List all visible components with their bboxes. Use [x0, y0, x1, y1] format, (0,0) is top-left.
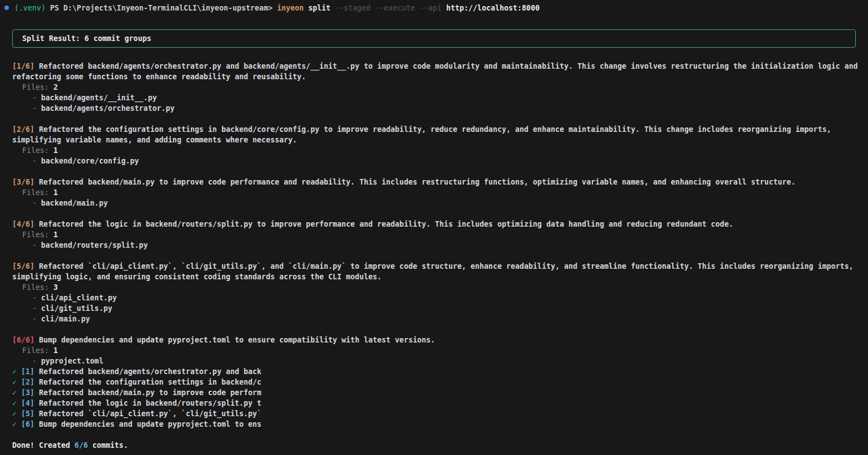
- file-list-item: - backend/agents/__init__.py: [12, 93, 861, 103]
- file-path: backend/agents/__init__.py: [41, 94, 157, 102]
- commit-summary: Refactored the configuration settings in…: [39, 378, 261, 386]
- commit-created-line: ✓ [4] Refactored the logic in backend/ro…: [12, 398, 861, 408]
- file-dash-icon: -: [32, 241, 37, 249]
- command-subcommand: split: [308, 4, 331, 12]
- file-dash-icon: -: [32, 294, 37, 302]
- group-description-line: [3/6] Refactored backend/main.py to impr…: [12, 177, 861, 187]
- group-description: Refactored the configuration settings in…: [12, 125, 831, 144]
- check-icon: ✓: [12, 410, 17, 418]
- group-label: [4/6]: [12, 220, 34, 228]
- commit-group-3: [3/6] Refactored backend/main.py to impr…: [12, 177, 861, 208]
- file-path: cli/main.py: [41, 315, 90, 323]
- commit-summary: Refactored backend/agents/orchestrator.p…: [39, 367, 261, 376]
- file-list-item: - pyproject.toml: [12, 356, 861, 366]
- group-label: [5/6]: [12, 262, 34, 270]
- file-dash-icon: -: [32, 104, 37, 113]
- group-label: [2/6]: [12, 125, 34, 134]
- commit-summary: Refactored the logic in backend/routers/…: [39, 399, 261, 407]
- commit-summary: Bump dependencies and update pyproject.t…: [39, 420, 261, 428]
- check-icon: ✓: [12, 420, 17, 428]
- group-description: Refactored the logic in backend/routers/…: [39, 220, 733, 228]
- commit-index: [4]: [21, 399, 34, 407]
- command-flags: --staged --execute --api: [335, 4, 442, 12]
- commit-group-4: [4/6] Refactored the logic in backend/ro…: [12, 219, 861, 250]
- command-api-url[interactable]: http://localhost:8000: [446, 4, 540, 12]
- done-status-line: Done! Created 6/6 commits.: [12, 440, 861, 451]
- commit-index: [3]: [21, 388, 34, 397]
- files-count: 1: [53, 188, 58, 197]
- files-count: 2: [53, 83, 58, 91]
- commit-index: [6]: [21, 420, 34, 428]
- file-list-item: - cli/git_utils.py: [12, 303, 861, 314]
- file-path: backend/routers/split.py: [41, 241, 148, 249]
- files-count-line: Files: 3: [12, 282, 861, 293]
- commit-group-2: [2/6] Refactored the configuration setti…: [12, 124, 861, 166]
- group-description-line: [5/6] Refactored `cli/api_client.py`, `c…: [12, 261, 861, 282]
- file-path: cli/api_client.py: [41, 294, 116, 302]
- commit-index: [5]: [21, 410, 34, 418]
- file-list-item: - backend/agents/orchestrator.py: [12, 103, 861, 114]
- group-description: Refactored `cli/api_client.py`, `cli/git…: [12, 262, 854, 281]
- group-label: [1/6]: [12, 62, 34, 70]
- created-commits-list: ✓ [1] Refactored backend/agents/orchestr…: [12, 366, 861, 430]
- done-suffix: commits.: [92, 441, 128, 449]
- group-description-line: [1/6] Refactored backend/agents/orchestr…: [12, 61, 861, 82]
- commit-index: [1]: [21, 367, 34, 376]
- file-list-item: - cli/api_client.py: [12, 293, 861, 303]
- file-dash-icon: -: [32, 199, 37, 207]
- commit-created-line: ✓ [2] Refactored the configuration setti…: [12, 377, 861, 387]
- shell-label: PS: [50, 4, 59, 12]
- done-prefix: Done! Created: [12, 441, 70, 449]
- commit-created-line: ✓ [6] Bump dependencies and update pypro…: [12, 419, 861, 430]
- commit-index: [2]: [21, 378, 34, 386]
- group-description-line: [2/6] Refactored the configuration setti…: [12, 124, 861, 145]
- check-icon: ✓: [12, 367, 17, 376]
- group-description-line: [6/6] Bump dependencies and update pypro…: [12, 335, 861, 345]
- file-path: pyproject.toml: [41, 357, 103, 365]
- file-dash-icon: -: [32, 315, 37, 323]
- file-path: backend/main.py: [41, 199, 108, 207]
- file-list-item: - backend/main.py: [12, 198, 861, 208]
- files-label: Files:: [22, 83, 49, 91]
- file-dash-icon: -: [32, 94, 37, 102]
- group-description: Refactored backend/main.py to improve co…: [39, 178, 795, 186]
- commit-created-line: ✓ [5] Refactored `cli/api_client.py`, `c…: [12, 408, 861, 419]
- file-list-item: - backend/routers/split.py: [12, 240, 861, 250]
- split-result-box: Split Result: 6 commit groups: [12, 29, 856, 48]
- files-label: Files:: [22, 146, 49, 155]
- commit-summary: Refactored `cli/api_client.py`, `cli/git…: [39, 410, 261, 418]
- split-result-title: Split Result: 6 commit groups: [22, 34, 151, 43]
- commit-group-5: [5/6] Refactored `cli/api_client.py`, `c…: [12, 261, 861, 324]
- prompt-line: (.venv) PS D:\Projects\Inyeon-TerminalCL…: [0, 0, 868, 13]
- group-label: [6/6]: [12, 336, 34, 344]
- files-count: 1: [53, 346, 58, 355]
- group-description-line: [4/6] Refactored the logic in backend/ro…: [12, 219, 861, 229]
- check-icon: ✓: [12, 399, 17, 407]
- file-path: backend/core/config.py: [41, 157, 139, 165]
- files-label: Files:: [22, 231, 49, 239]
- files-count-line: Files: 1: [12, 229, 861, 240]
- group-label: [3/6]: [12, 178, 34, 186]
- file-dash-icon: -: [32, 304, 37, 313]
- files-count: 1: [53, 146, 58, 155]
- files-count-line: Files: 1: [12, 345, 861, 356]
- terminal-screen[interactable]: (.venv) PS D:\Projects\Inyeon-TerminalCL…: [0, 0, 868, 451]
- check-icon: ✓: [12, 378, 17, 386]
- file-dash-icon: -: [32, 157, 37, 165]
- files-label: Files:: [22, 283, 49, 292]
- group-description: Bump dependencies and update pyproject.t…: [39, 336, 435, 344]
- file-dash-icon: -: [32, 357, 37, 365]
- file-list-item: - cli/main.py: [12, 314, 861, 324]
- files-count-line: Files: 1: [12, 187, 861, 198]
- split-output: [1/6] Refactored backend/agents/orchestr…: [12, 61, 861, 451]
- files-count: 3: [53, 283, 58, 292]
- terminal-indicator-icon: [4, 6, 9, 10]
- file-path: cli/git_utils.py: [41, 304, 112, 313]
- files-label: Files:: [22, 346, 49, 355]
- done-count: 6/6: [74, 441, 88, 449]
- commit-created-line: ✓ [1] Refactored backend/agents/orchestr…: [12, 366, 861, 377]
- command-name: inyeon: [277, 4, 303, 12]
- files-label: Files:: [22, 188, 49, 197]
- file-list-item: - backend/core/config.py: [12, 156, 861, 166]
- files-count-line: Files: 1: [12, 145, 861, 156]
